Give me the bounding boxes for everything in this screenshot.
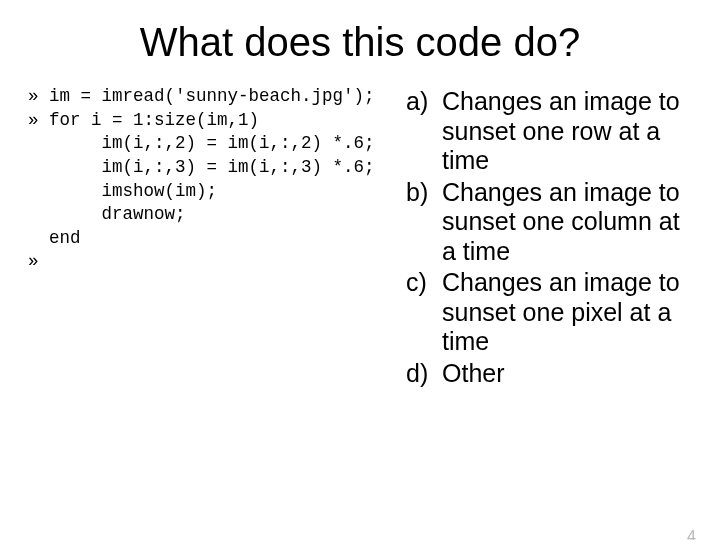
answer-marker: c): [406, 268, 442, 357]
answer-option-d: d) Other: [406, 359, 700, 389]
answer-marker: d): [406, 359, 442, 389]
code-line: imshow(im);: [28, 181, 217, 201]
code-line: im(i,:,2) = im(i,:,2) *.6;: [28, 133, 375, 153]
answer-marker: a): [406, 87, 442, 176]
content-row: » im = imread('sunny-beach.jpg'); » for …: [0, 85, 720, 390]
code-line: » for i = 1:size(im,1): [28, 110, 259, 130]
slide-title: What does this code do?: [0, 20, 720, 65]
answer-option-b: b) Changes an image to sunset one column…: [406, 178, 700, 267]
answer-text: Changes an image to sunset one pixel at …: [442, 268, 700, 357]
code-line: im(i,:,3) = im(i,:,3) *.6;: [28, 157, 375, 177]
answer-option-c: c) Changes an image to sunset one pixel …: [406, 268, 700, 357]
code-line: drawnow;: [28, 204, 186, 224]
code-line: » im = imread('sunny-beach.jpg');: [28, 86, 375, 106]
code-block: » im = imread('sunny-beach.jpg'); » for …: [28, 85, 398, 390]
answer-option-a: a) Changes an image to sunset one row at…: [406, 87, 700, 176]
answer-list: a) Changes an image to sunset one row at…: [406, 87, 700, 388]
answer-marker: b): [406, 178, 442, 267]
code-line: end: [28, 228, 81, 248]
slide: What does this code do? » im = imread('s…: [0, 20, 720, 540]
answer-text: Changes an image to sunset one column at…: [442, 178, 700, 267]
answer-text: Changes an image to sunset one row at a …: [442, 87, 700, 176]
code-line: »: [28, 251, 39, 271]
answer-text: Other: [442, 359, 700, 389]
page-number: 4: [687, 528, 696, 540]
answer-block: a) Changes an image to sunset one row at…: [398, 85, 700, 390]
